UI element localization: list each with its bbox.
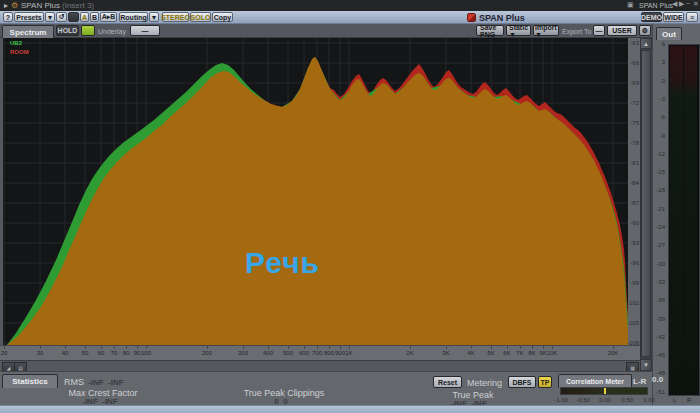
tab-correlation-meter[interactable]: Correlation Meter	[558, 374, 632, 388]
frequency-scale: 2030405060708090100200300400500600700800…	[0, 345, 640, 360]
wide-button[interactable]: WIDE	[663, 12, 684, 22]
tab-spectrum[interactable]: Spectrum	[2, 25, 54, 38]
help-button[interactable]: ?	[3, 12, 13, 22]
plugin-window-icon[interactable]: ▣	[627, 1, 634, 9]
out-scale-label: 3	[662, 59, 665, 65]
db-tick-label: -99	[630, 280, 639, 286]
out-scale-label: -36	[656, 297, 665, 303]
ab-copy-button[interactable]: A▸B	[100, 12, 117, 22]
titlebar-plugin-name: SPAN Plus	[639, 0, 673, 11]
gear-icon[interactable]: ⚙	[11, 0, 18, 11]
legend-item: UB2	[10, 40, 22, 47]
undo-icon[interactable]: ↺	[56, 12, 67, 22]
save-png-button[interactable]: Save PNG	[476, 25, 504, 36]
hold-button[interactable]: HOLD	[56, 25, 79, 36]
db-tick-label: -63	[630, 40, 639, 46]
underlay-select[interactable]: —	[130, 25, 160, 36]
export-to-select[interactable]: —	[593, 25, 605, 36]
stereo-button[interactable]: STEREO	[162, 12, 189, 22]
settings-gear-icon[interactable]: ⚙	[639, 25, 651, 36]
static-dropdown[interactable]: Static ▼	[506, 25, 531, 36]
presets-dropdown-icon[interactable]: ▼	[45, 12, 55, 22]
out-scale-label: 0	[662, 78, 665, 84]
freq-tick-label: 700	[312, 350, 322, 357]
freq-tick-mark	[532, 346, 533, 349]
presets-button[interactable]: Presets	[14, 12, 44, 22]
window-bottom-frame	[0, 405, 700, 413]
freq-tick-label: 20	[1, 350, 8, 357]
close-button[interactable]: ✕	[693, 0, 699, 8]
out-scale-label: -45	[656, 352, 665, 358]
compare-slot-button[interactable]	[68, 12, 79, 22]
freq-tick-mark	[65, 346, 66, 349]
channel-label: L	[673, 397, 676, 403]
out-scale-label: -12	[656, 151, 665, 157]
freq-tick-mark	[146, 346, 147, 349]
tp-toggle[interactable]: TP	[538, 376, 552, 388]
freq-tick-mark	[268, 346, 269, 349]
copy-button[interactable]: Copy	[212, 12, 233, 22]
freq-tick-mark	[552, 346, 553, 349]
db-tick-label: -69	[630, 80, 639, 86]
freq-tick-label: 1K	[345, 350, 352, 357]
ab-a-button[interactable]: A	[80, 12, 89, 22]
routing-button[interactable]: Routing	[119, 12, 148, 22]
freq-tick-label: 80	[123, 350, 130, 357]
freq-tick-label: 300	[238, 350, 248, 357]
spectrum-curve-overlap	[7, 57, 628, 345]
mode-select[interactable]: USER	[607, 25, 637, 36]
tab-statistics[interactable]: Statistics	[2, 374, 58, 388]
freq-tick-mark	[317, 346, 318, 349]
freq-tick-label: 800	[324, 350, 334, 357]
db-tick-label: -78	[630, 140, 639, 146]
next-plugin-button[interactable]: ▶	[679, 0, 684, 8]
freq-tick-label: 500	[283, 350, 293, 357]
freq-tick-mark	[243, 346, 244, 349]
tab-out[interactable]: Out	[656, 27, 682, 40]
menu-icon[interactable]: ≡	[686, 12, 698, 22]
window-instance: (Insert 3)	[62, 0, 94, 11]
out-scale-label: -39	[656, 316, 665, 322]
channel-label: R	[687, 397, 691, 403]
underlay-label: Underlay	[98, 28, 126, 35]
freq-tick-label: 10K	[547, 350, 558, 357]
ab-b-button[interactable]: B	[90, 12, 99, 22]
prev-plugin-button[interactable]: ◀	[672, 0, 677, 8]
freq-tick-mark	[410, 346, 411, 349]
annotation-text: Речь	[245, 246, 320, 280]
freq-tick-mark	[304, 346, 305, 349]
out-scale-label: -27	[656, 242, 665, 248]
freq-tick-label: 900	[335, 350, 345, 357]
import-dropdown[interactable]: Import ▼	[533, 25, 559, 36]
window-titlebar: ▸ ⚙ SPAN Plus (Insert 3) ▣ SPAN Plus ◀ ▶…	[0, 0, 700, 11]
output-meter-bars	[668, 44, 700, 396]
freq-tick-mark	[4, 346, 5, 349]
freq-tick-mark	[137, 346, 138, 349]
freq-tick-mark	[288, 346, 289, 349]
out-scale-label: -6	[660, 114, 665, 120]
db-tick-label: -93	[630, 240, 639, 246]
brand-title: SPAN Plus	[479, 13, 525, 23]
scrollbar-thumb[interactable]	[641, 50, 651, 357]
rms-values: -INF -INF	[88, 378, 124, 387]
freq-tick-label: 6K	[503, 350, 510, 357]
scroll-down-button[interactable]: ▼	[640, 359, 652, 371]
freq-tick-mark	[471, 346, 472, 349]
freq-tick-label: 5K	[487, 350, 494, 357]
dbfs-button[interactable]: DBFS	[508, 376, 536, 388]
solo-button[interactable]: SOLO	[190, 12, 211, 22]
spectrum-display[interactable]: UB2ROOM Речь	[3, 38, 628, 345]
demo-button[interactable]: DEMO	[641, 12, 662, 22]
db-tick-label: -105	[627, 320, 639, 326]
collapse-icon[interactable]: ▸	[4, 0, 8, 11]
minimize-button[interactable]: −	[686, 0, 690, 7]
correlation-scale-label: 0.50	[621, 397, 633, 403]
window-title: SPAN Plus	[21, 0, 60, 11]
db-tick-label: -72	[630, 100, 639, 106]
scroll-up-button[interactable]: ▲	[640, 38, 652, 49]
routing-dropdown-icon[interactable]: ▼	[149, 12, 159, 22]
freq-tick-label: 90	[134, 350, 141, 357]
reset-button[interactable]: Reset	[433, 376, 462, 388]
db-tick-label: -87	[630, 200, 639, 206]
spectrum-color-swatch[interactable]	[81, 25, 95, 36]
